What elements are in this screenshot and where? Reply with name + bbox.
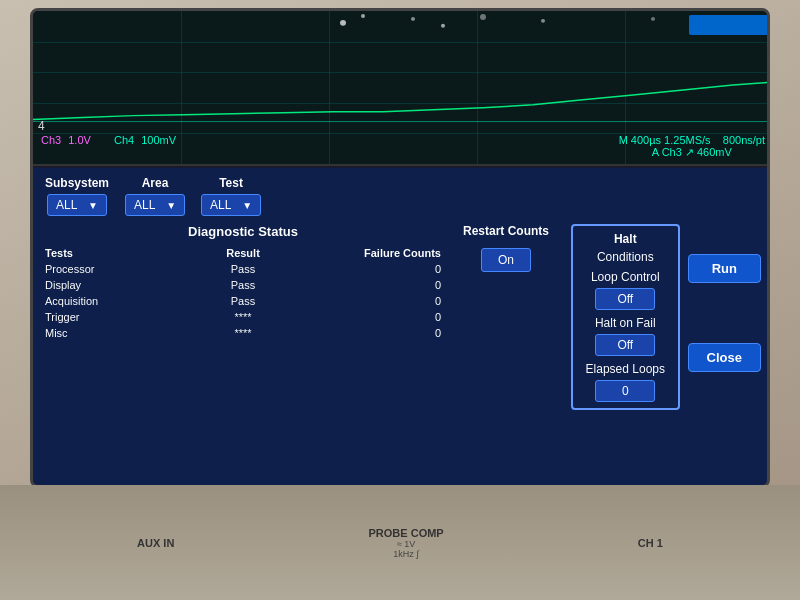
ch3-value: 1.0V — [68, 134, 91, 146]
row-test: Acquisition — [45, 295, 177, 307]
subsystem-value: ALL — [56, 198, 77, 212]
area-group: Area ALL ▼ — [125, 176, 185, 216]
row-result: Pass — [177, 279, 309, 291]
row-test: Processor — [45, 263, 177, 275]
svg-point-1 — [411, 17, 415, 21]
ch1-group: CH 1 — [638, 537, 663, 549]
ch3-label: Ch3 — [41, 134, 61, 146]
halt-subtitle: Conditions — [581, 250, 670, 264]
probe-comp-sublabel: ≈ 1V1kHz ∫ — [369, 539, 444, 559]
ns-per-pt: 800ns/pt — [723, 134, 765, 146]
row-count: 0 — [309, 263, 441, 275]
row-count: 0 — [309, 327, 441, 339]
ch1-label: CH 1 — [638, 537, 663, 549]
elapsed-loops-label: Elapsed Loops — [581, 362, 670, 376]
svg-point-2 — [441, 24, 445, 28]
row-test: Display — [45, 279, 177, 291]
row-test: Trigger — [45, 311, 177, 323]
row-result: **** — [177, 311, 309, 323]
subsystem-group: Subsystem ALL ▼ — [45, 176, 109, 216]
subsystem-label: Subsystem — [45, 176, 109, 190]
restart-on-button[interactable]: On — [481, 248, 531, 272]
aux-in-label: AUX IN — [137, 537, 174, 549]
main-content: Diagnostic Status Tests Result Failure C… — [33, 224, 770, 488]
halt-title: Halt — [581, 232, 670, 246]
col-result-header: Result — [177, 247, 309, 259]
waveform-info: Ch3 1.0V Ch4 100mV M 400µs 1.25MS/s 800n… — [33, 134, 770, 159]
screen-bezel: 4 Ch3 1.0V Ch4 100mV M 400µs 1.25MS/s 80… — [30, 8, 770, 488]
restart-label: Restart Counts — [463, 224, 549, 238]
close-button[interactable]: Close — [688, 343, 761, 372]
table-header: Tests Result Failure Counts — [45, 247, 441, 259]
svg-point-5 — [361, 14, 365, 18]
elapsed-loops-value: 0 — [595, 380, 655, 402]
probe-comp-label: PROBE COMP — [369, 527, 444, 539]
diagnostic-table: Tests Result Failure Counts Processor Pa… — [45, 247, 441, 339]
table-row: Processor Pass 0 — [45, 263, 441, 275]
subsystem-dropdown[interactable]: ALL ▼ — [47, 194, 107, 216]
svg-point-4 — [541, 19, 545, 23]
test-value: ALL — [210, 198, 231, 212]
row-count: 0 — [309, 295, 441, 307]
four-marker: 4 — [38, 119, 45, 133]
test-arrow: ▼ — [242, 200, 252, 211]
top-controls: Subsystem ALL ▼ Area ALL ▼ Test — [33, 168, 770, 224]
scope-body: 4 Ch3 1.0V Ch4 100mV M 400µs 1.25MS/s 80… — [0, 0, 800, 600]
ch4-label: Ch4 — [114, 134, 134, 146]
halt-on-fail-button[interactable]: Off — [595, 334, 655, 356]
diag-rows-container: Processor Pass 0 Display Pass 0 Acquisit… — [45, 263, 441, 339]
test-group: Test ALL ▼ — [201, 176, 261, 216]
right-content: Halt Conditions Loop Control Off Halt on… — [571, 224, 761, 483]
col-tests-header: Tests — [45, 247, 177, 259]
table-row: Display Pass 0 — [45, 279, 441, 291]
area-arrow: ▼ — [166, 200, 176, 211]
restart-section: Restart Counts On — [451, 224, 561, 483]
time-div: M 400µs 1.25MS/s — [619, 134, 711, 146]
test-dropdown[interactable]: ALL ▼ — [201, 194, 261, 216]
table-row: Trigger **** 0 — [45, 311, 441, 323]
row-count: 0 — [309, 311, 441, 323]
run-button[interactable]: Run — [688, 254, 761, 283]
table-row: Acquisition Pass 0 — [45, 295, 441, 307]
row-result: Pass — [177, 263, 309, 275]
area-value: ALL — [134, 198, 155, 212]
area-label: Area — [142, 176, 169, 190]
row-result: **** — [177, 327, 309, 339]
table-row: Misc **** 0 — [45, 327, 441, 339]
diagnostic-section: Diagnostic Status Tests Result Failure C… — [45, 224, 441, 483]
row-test: Misc — [45, 327, 177, 339]
diagnostic-title: Diagnostic Status — [45, 224, 441, 239]
svg-point-0 — [340, 20, 346, 26]
loop-control-label: Loop Control — [581, 270, 670, 284]
col-count-header: Failure Counts — [309, 247, 441, 259]
halt-on-fail-label: Halt on Fail — [581, 316, 670, 330]
action-buttons-column: Run Close — [688, 224, 761, 410]
bottom-panel: AUX IN PROBE COMP ≈ 1V1kHz ∫ CH 1 — [0, 485, 800, 600]
ui-content: Subsystem ALL ▼ Area ALL ▼ Test — [33, 168, 770, 488]
aux-in-group: AUX IN — [137, 537, 174, 549]
test-label: Test — [219, 176, 243, 190]
trigger-info: A Ch3 ↗ 460mV — [652, 146, 732, 158]
probe-comp-group: PROBE COMP ≈ 1V1kHz ∫ — [369, 527, 444, 559]
row-result: Pass — [177, 295, 309, 307]
subsystem-arrow: ▼ — [88, 200, 98, 211]
waveform-area: 4 Ch3 1.0V Ch4 100mV M 400µs 1.25MS/s 80… — [33, 11, 770, 166]
ch4-value: 100mV — [141, 134, 176, 146]
svg-point-3 — [480, 14, 486, 20]
row-count: 0 — [309, 279, 441, 291]
halt-conditions-box: Halt Conditions Loop Control Off Halt on… — [571, 224, 680, 410]
loop-control-button[interactable]: Off — [595, 288, 655, 310]
area-dropdown[interactable]: ALL ▼ — [125, 194, 185, 216]
svg-point-6 — [651, 17, 655, 21]
